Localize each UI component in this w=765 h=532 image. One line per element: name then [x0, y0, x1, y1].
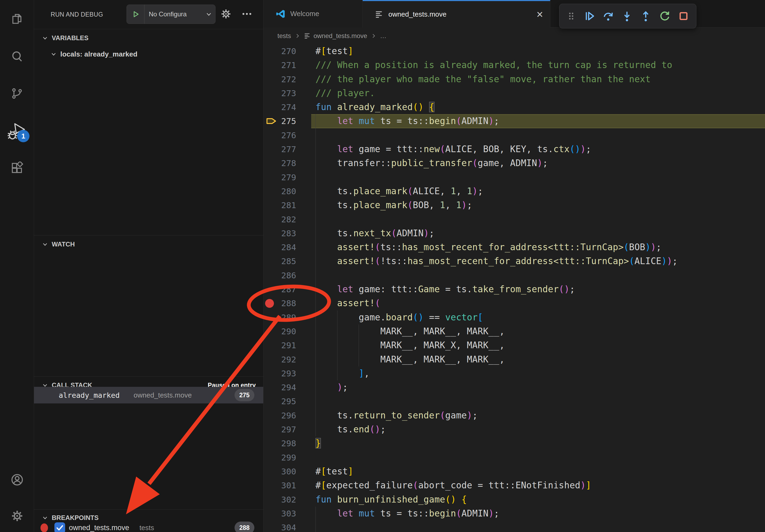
line-number[interactable]: 296	[264, 408, 296, 422]
line-number[interactable]: 277	[264, 142, 296, 156]
code-line[interactable]: 287 let game: ttt::Game = ts.take_from_s…	[264, 282, 765, 296]
code-line[interactable]: 304	[264, 520, 765, 532]
line-number[interactable]: 293	[264, 367, 296, 381]
code-line[interactable]: 288 assert!(	[264, 296, 765, 310]
code-line[interactable]: 273/// player.	[264, 86, 765, 100]
code-line[interactable]: 281 ts.place_mark(BOB, 1, 1);	[264, 198, 765, 212]
line-number[interactable]: 272	[264, 72, 296, 86]
code-line[interactable]: 282	[264, 212, 765, 226]
stop-button[interactable]	[677, 10, 690, 22]
line-number[interactable]: 292	[264, 353, 296, 367]
start-debugging-button[interactable]	[127, 5, 145, 24]
line-number[interactable]: 270	[264, 44, 296, 58]
code-line[interactable]: 297 ts.end();	[264, 422, 765, 436]
line-number[interactable]: 289	[264, 311, 296, 324]
code-line[interactable]: 284 assert!(ts::has_most_recent_for_addr…	[264, 240, 765, 254]
breadcrumb-item-folder[interactable]: tests	[278, 32, 291, 40]
line-number[interactable]: 278	[264, 156, 296, 170]
code-line[interactable]: 300#[test]	[264, 464, 765, 478]
line-number[interactable]: 300	[264, 464, 296, 478]
line-number[interactable]: 276	[264, 128, 296, 142]
debug-settings-button[interactable]	[220, 8, 232, 21]
settings-button[interactable]	[0, 501, 34, 530]
code-line[interactable]: 296 ts.return_to_sender(game);	[264, 408, 765, 422]
continue-button[interactable]	[583, 10, 595, 22]
more-actions-button[interactable]	[241, 8, 253, 21]
close-icon[interactable]: ×	[536, 9, 543, 20]
tab-welcome[interactable]: Welcome	[264, 0, 363, 28]
sidebar-item-search[interactable]	[0, 42, 34, 71]
sidebar-item-extensions[interactable]	[0, 153, 34, 183]
code-line[interactable]: 289 game.board() == vector[	[264, 311, 765, 324]
variables-locals-item[interactable]: locals: already_marked	[34, 46, 263, 62]
line-number[interactable]: 295	[264, 394, 296, 408]
code-line[interactable]: 299	[264, 450, 765, 464]
line-number[interactable]: 291	[264, 338, 296, 352]
line-number[interactable]: 283	[264, 226, 296, 240]
breadcrumb-item-symbol[interactable]: …	[380, 32, 386, 40]
sidebar-item-source-control[interactable]	[0, 79, 34, 108]
debug-configuration-dropdown[interactable]: No Configura	[127, 5, 216, 24]
line-number[interactable]: 304	[264, 520, 296, 532]
breadcrumb-item-file[interactable]: owned_tests.move	[314, 32, 367, 40]
code-line[interactable]: 290 MARK__, MARK__, MARK__,	[264, 324, 765, 338]
code-line[interactable]: 280 ts.place_mark(ALICE, 1, 1);	[264, 184, 765, 198]
code-line[interactable]: 283 ts.next_tx(ADMIN);	[264, 226, 765, 240]
line-number[interactable]: 281	[264, 198, 296, 212]
code-line[interactable]: 275 let mut ts = ts::begin(ADMIN);	[264, 114, 765, 128]
code-line[interactable]: 302fun burn_unfinished_game() {	[264, 493, 765, 507]
code-line[interactable]: 270#[test]	[264, 44, 765, 58]
sidebar-item-run-debug[interactable]	[0, 117, 34, 146]
line-number[interactable]: 271	[264, 58, 296, 72]
line-number[interactable]: 302	[264, 493, 296, 507]
line-number[interactable]: 290	[264, 324, 296, 338]
code-line[interactable]: 279	[264, 170, 765, 184]
code-line[interactable]: 292 MARK__, MARK__, MARK__,	[264, 353, 765, 367]
step-into-button[interactable]	[621, 10, 633, 22]
line-number[interactable]: 280	[264, 184, 296, 198]
line-number[interactable]: 284	[264, 240, 296, 254]
line-number[interactable]: 279	[264, 170, 296, 184]
code-line[interactable]: 278 transfer::public_transfer(game, ADMI…	[264, 156, 765, 170]
watch-section-header[interactable]: WATCH	[34, 236, 263, 253]
code-line[interactable]: 286	[264, 268, 765, 282]
code-line[interactable]: 303 let mut ts = ts::begin(ADMIN);	[264, 507, 765, 520]
variables-section-header[interactable]: VARIABLES	[34, 30, 263, 47]
sidebar-item-explorer[interactable]	[0, 4, 34, 34]
line-number[interactable]: 273	[264, 86, 296, 100]
code-line[interactable]: 272/// the player who made the "false" m…	[264, 72, 765, 86]
line-number[interactable]: 286	[264, 268, 296, 282]
step-out-button[interactable]	[640, 10, 652, 22]
line-number[interactable]: 287	[264, 282, 296, 296]
vscode-window: 1 RUN AND DEBUG No	[0, 0, 765, 532]
restart-button[interactable]	[659, 10, 671, 22]
line-number[interactable]: 285	[264, 254, 296, 268]
line-number[interactable]: 297	[264, 422, 296, 436]
code-line[interactable]: 301#[expected_failure(abort_code = ttt::…	[264, 478, 765, 492]
line-number[interactable]: 274	[264, 100, 296, 114]
code-line[interactable]: 274fun already_marked() {	[264, 100, 765, 114]
step-over-button[interactable]	[602, 10, 614, 22]
line-number[interactable]: 299	[264, 450, 296, 464]
breakpoint-list-item[interactable]: owned_tests.move tests 288	[34, 520, 263, 532]
call-stack-frame[interactable]: already_marked owned_tests.move 275	[34, 387, 263, 403]
line-number[interactable]: 303	[264, 507, 296, 520]
line-number[interactable]: 301	[264, 478, 296, 492]
code-line[interactable]: 295	[264, 394, 765, 408]
code-line[interactable]: 291 MARK__, MARK_X, MARK__,	[264, 338, 765, 352]
breakpoint-checkbox[interactable]	[54, 522, 65, 532]
code-area[interactable]: 270#[test]271/// When a position is alre…	[264, 44, 765, 532]
code-line[interactable]: 276	[264, 128, 765, 142]
tab-owned-tests-move[interactable]: owned_tests.move ×	[363, 0, 550, 28]
line-number[interactable]: 298	[264, 436, 296, 450]
line-number[interactable]: 294	[264, 381, 296, 394]
line-number[interactable]: 282	[264, 212, 296, 226]
code-line[interactable]: 285 assert!(!ts::has_most_recent_for_add…	[264, 254, 765, 268]
drag-grip-icon[interactable]	[566, 10, 576, 22]
code-line[interactable]: 298}	[264, 436, 765, 450]
code-line[interactable]: 294 );	[264, 381, 765, 394]
account-button[interactable]	[0, 465, 34, 494]
code-line[interactable]: 293 ],	[264, 367, 765, 381]
code-line[interactable]: 271/// When a position is already marked…	[264, 58, 765, 72]
code-line[interactable]: 277 let game = ttt::new(ALICE, BOB, KEY,…	[264, 142, 765, 156]
